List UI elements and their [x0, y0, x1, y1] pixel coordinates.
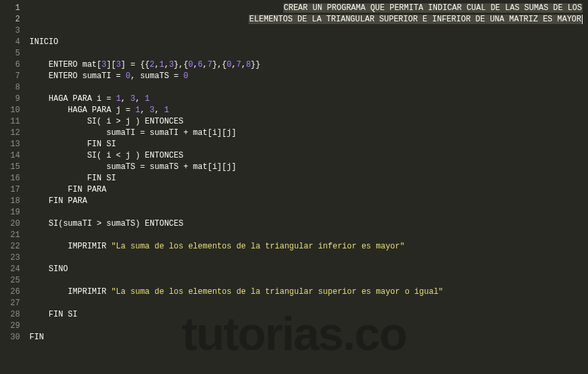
code-line[interactable]: [29, 321, 583, 332]
code-line[interactable]: SI( i > j ) ENTONCES: [29, 116, 583, 128]
line-number: 26: [0, 287, 20, 298]
line-number: 17: [0, 184, 20, 196]
code-line[interactable]: ELEMENTOS DE LA TRIANGULAR SUPERIOR E IN…: [29, 14, 583, 25]
code-line[interactable]: HAGA PARA i = 1, 3, 1: [29, 94, 583, 105]
code-line[interactable]: [29, 48, 583, 59]
code-editor[interactable]: 1234567891011121314151617181920212223242…: [0, 0, 588, 374]
text-caret: [582, 15, 583, 24]
line-number: 25: [0, 275, 20, 287]
code-line[interactable]: FIN SI: [29, 173, 583, 184]
line-number: 14: [0, 150, 20, 162]
line-number: 16: [0, 173, 20, 184]
code-line[interactable]: sumaTS = sumaTS + mat[i][j]: [29, 162, 583, 173]
line-number: 18: [0, 196, 20, 207]
code-line[interactable]: [29, 25, 583, 37]
code-line[interactable]: HAGA PARA j = 1, 3, 1: [29, 105, 583, 116]
code-line[interactable]: ENTERO mat[3][3] = {{2,1,3},{0,6,7},{0,7…: [29, 59, 583, 71]
line-number-gutter: 1234567891011121314151617181920212223242…: [0, 0, 24, 374]
code-line[interactable]: SINO: [29, 264, 583, 275]
code-line[interactable]: FIN SI: [29, 309, 583, 321]
line-number: 1: [0, 3, 20, 14]
line-number: 27: [0, 298, 20, 309]
line-number: 8: [0, 82, 20, 94]
code-line[interactable]: FIN PARA: [29, 184, 583, 196]
line-number: 3: [0, 25, 20, 37]
code-area[interactable]: CREAR UN PROGRAMA QUE PERMITA INDICAR CU…: [24, 0, 588, 374]
selection-highlight: CREAR UN PROGRAMA QUE PERMITA INDICAR CU…: [283, 3, 583, 13]
code-line[interactable]: sumaTI = sumaTI + mat[i][j]: [29, 128, 583, 139]
line-number: 7: [0, 71, 20, 82]
code-line[interactable]: [29, 298, 583, 309]
line-number: 19: [0, 207, 20, 218]
line-number: 21: [0, 230, 20, 241]
line-number: 5: [0, 48, 20, 59]
code-line[interactable]: FIN PARA: [29, 196, 583, 207]
selection-highlight: ELEMENTOS DE LA TRIANGULAR SUPERIOR E IN…: [249, 15, 582, 24]
code-line[interactable]: IMPRIMIR "La suma de los elementos de la…: [29, 287, 583, 298]
line-number: 23: [0, 252, 20, 264]
code-line[interactable]: CREAR UN PROGRAMA QUE PERMITA INDICAR CU…: [29, 3, 583, 14]
line-number: 28: [0, 309, 20, 321]
line-number: 29: [0, 321, 20, 332]
line-number: 13: [0, 139, 20, 150]
code-line[interactable]: [29, 230, 583, 241]
line-number: 4: [0, 37, 20, 48]
code-line[interactable]: [29, 252, 583, 264]
line-number: 2: [0, 14, 20, 25]
code-line[interactable]: FIN SI: [29, 139, 583, 150]
line-number: 24: [0, 264, 20, 275]
line-number: 11: [0, 116, 20, 128]
line-number: 22: [0, 241, 20, 252]
code-line[interactable]: IMPRIMIR "La suma de los elementos de la…: [29, 241, 583, 252]
code-line[interactable]: FIN: [29, 332, 583, 343]
code-line[interactable]: [29, 82, 583, 94]
code-line[interactable]: ENTERO sumaTI = 0, sumaTS = 0: [29, 71, 583, 82]
line-number: 15: [0, 162, 20, 173]
code-line[interactable]: SI( i < j ) ENTONCES: [29, 150, 583, 162]
code-line[interactable]: SI(sumaTI > sumaTS) ENTONCES: [29, 218, 583, 230]
code-line[interactable]: [29, 275, 583, 287]
line-number: 10: [0, 105, 20, 116]
line-number: 12: [0, 128, 20, 139]
line-number: 6: [0, 59, 20, 71]
line-number: 30: [0, 332, 20, 343]
line-number: 20: [0, 218, 20, 230]
line-number: 9: [0, 94, 20, 105]
code-line[interactable]: [29, 207, 583, 218]
code-line[interactable]: INICIO: [29, 37, 583, 48]
